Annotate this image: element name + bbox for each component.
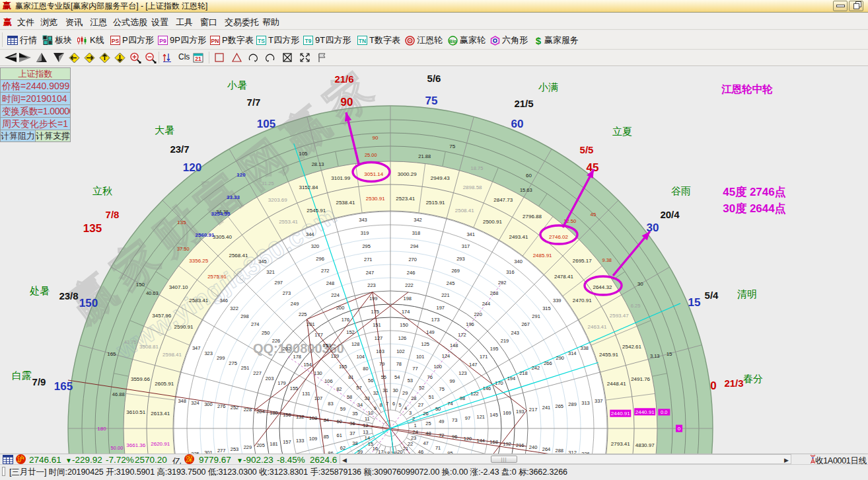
- svg-text:2463.41: 2463.41: [588, 324, 607, 330]
- svg-text:241: 241: [542, 405, 551, 411]
- svg-text:246: 246: [407, 270, 416, 276]
- svg-text:295: 295: [362, 243, 371, 249]
- svg-text:3305.40: 3305.40: [213, 234, 232, 240]
- svg-text:150: 150: [400, 322, 408, 328]
- svg-text:3254.55: 3254.55: [211, 211, 231, 217]
- svg-text:59: 59: [340, 406, 345, 412]
- svg-text:288: 288: [556, 448, 564, 454]
- svg-text:3661.36: 3661.36: [126, 442, 145, 448]
- svg-text:74: 74: [447, 401, 452, 407]
- svg-text:25: 25: [425, 420, 431, 426]
- svg-text:5: 5: [398, 402, 401, 408]
- svg-text:269: 269: [451, 268, 460, 274]
- svg-text:0: 0: [710, 380, 716, 392]
- svg-text:6.25: 6.25: [631, 303, 641, 309]
- svg-text:247: 247: [366, 270, 375, 276]
- svg-text:341: 341: [466, 231, 475, 237]
- svg-text:60: 60: [526, 173, 532, 179]
- svg-text:30度 2644点: 30度 2644点: [723, 202, 785, 215]
- svg-text:294: 294: [410, 243, 419, 249]
- svg-text:128: 128: [351, 341, 360, 347]
- svg-text:2515.91: 2515.91: [426, 200, 445, 206]
- svg-text:TN: TN: [359, 38, 366, 44]
- svg-text:123: 123: [458, 370, 467, 376]
- svg-text:56: 56: [368, 378, 373, 383]
- svg-text:228: 228: [244, 407, 252, 413]
- svg-text:275: 275: [229, 360, 237, 366]
- svg-text:135: 135: [177, 220, 186, 225]
- svg-text:344: 344: [306, 231, 314, 237]
- svg-text:176: 176: [342, 317, 350, 323]
- svg-text:5/4: 5/4: [705, 290, 719, 301]
- svg-text:白露: 白露: [12, 370, 32, 381]
- svg-text:27: 27: [418, 402, 423, 408]
- svg-text:121: 121: [477, 414, 486, 420]
- svg-text:2491.76: 2491.76: [631, 376, 650, 382]
- svg-text:80: 80: [363, 366, 368, 372]
- svg-text:17: 17: [378, 449, 383, 454]
- svg-text:Big: Big: [449, 38, 456, 44]
- svg-text:120: 120: [183, 161, 201, 174]
- svg-text:53: 53: [408, 378, 413, 383]
- svg-text:266: 266: [544, 360, 552, 366]
- svg-text:8: 8: [379, 402, 382, 408]
- svg-text:218: 218: [519, 370, 528, 376]
- svg-text:220: 220: [474, 311, 482, 317]
- svg-text:105: 105: [257, 118, 275, 130]
- svg-text:2598.41: 2598.41: [163, 352, 182, 358]
- svg-text:3.13: 3.13: [650, 353, 660, 359]
- svg-text:165: 165: [54, 380, 73, 393]
- svg-text:267: 267: [521, 321, 530, 327]
- svg-text:2500.91: 2500.91: [483, 219, 502, 225]
- svg-text:340: 340: [514, 259, 523, 264]
- svg-text:3051.14: 3051.14: [364, 171, 383, 177]
- svg-text:小满: 小满: [538, 81, 558, 93]
- svg-text:165: 165: [107, 351, 116, 357]
- svg-text:155: 155: [290, 385, 299, 391]
- svg-text:春分: 春分: [743, 373, 763, 384]
- svg-text:132: 132: [296, 414, 305, 420]
- svg-text:318: 318: [412, 230, 421, 236]
- svg-text:2590.91: 2590.91: [174, 324, 194, 330]
- svg-text:52: 52: [419, 385, 424, 391]
- svg-text:99: 99: [449, 378, 454, 384]
- svg-text:321: 321: [266, 269, 275, 275]
- svg-text:21/6: 21/6: [334, 73, 353, 85]
- svg-text:270: 270: [408, 257, 417, 262]
- svg-text:2448.41: 2448.41: [607, 381, 626, 387]
- svg-text:13: 13: [363, 429, 368, 435]
- svg-text:203: 203: [266, 376, 274, 381]
- svg-text:248: 248: [326, 280, 335, 286]
- svg-text:292: 292: [498, 280, 507, 286]
- svg-text:100: 100: [434, 364, 443, 370]
- svg-text:60: 60: [337, 419, 342, 424]
- svg-text:152: 152: [346, 329, 355, 335]
- svg-text:5/5: 5/5: [580, 144, 594, 155]
- svg-text:290: 290: [556, 355, 565, 361]
- svg-text:2605.91: 2605.91: [155, 381, 174, 387]
- svg-text:3559.66: 3559.66: [131, 376, 150, 382]
- svg-text:265: 265: [556, 403, 564, 409]
- svg-text:2949.43: 2949.43: [431, 175, 450, 181]
- svg-text:2: 2: [412, 416, 415, 422]
- svg-text:202: 202: [283, 346, 291, 352]
- svg-text:338: 338: [581, 345, 589, 351]
- svg-text:296: 296: [316, 256, 324, 262]
- svg-text:2613.41: 2613.41: [151, 411, 170, 417]
- svg-text:24: 24: [413, 429, 418, 435]
- svg-text:154: 154: [303, 362, 312, 368]
- svg-text:322: 322: [230, 305, 238, 311]
- svg-text:处暑: 处暑: [30, 285, 50, 296]
- svg-text:150: 150: [136, 282, 145, 288]
- svg-text:274: 274: [251, 321, 260, 327]
- svg-text:2560.91: 2560.91: [196, 232, 215, 238]
- svg-text:314: 314: [568, 350, 577, 356]
- svg-text:0: 0: [678, 426, 681, 432]
- svg-text:105: 105: [339, 364, 347, 370]
- svg-text:2523.41: 2523.41: [396, 196, 415, 202]
- svg-text:227: 227: [253, 370, 262, 376]
- svg-text:175: 175: [371, 309, 380, 315]
- svg-text:205: 205: [256, 442, 265, 448]
- svg-text:291: 291: [532, 313, 540, 319]
- svg-text:21.88: 21.88: [418, 153, 431, 159]
